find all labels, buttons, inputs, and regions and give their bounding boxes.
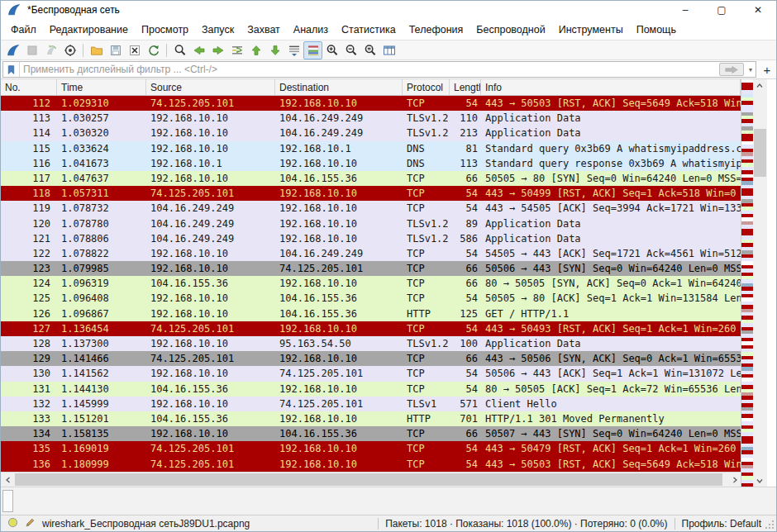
profile-label[interactable]: Профиль: Default — [682, 518, 762, 530]
menu-телефония[interactable]: Телефония — [403, 21, 470, 39]
packet-row[interactable]: 1231.079985192.168.10.1074.125.205.101TC… — [1, 261, 741, 276]
scroll-up-icon[interactable] — [753, 79, 766, 92]
column-header-length[interactable]: Length — [450, 79, 481, 95]
packet-row[interactable]: 1271.13645474.125.205.101192.168.10.10TC… — [1, 321, 741, 336]
find-packet-icon[interactable] — [170, 41, 189, 59]
packet-row[interactable]: 1161.041673192.168.10.1192.168.10.10DNS1… — [1, 156, 741, 171]
menu-просмотр[interactable]: Просмотр — [135, 21, 195, 39]
menu-запуск[interactable]: Запуск — [195, 21, 241, 39]
menu-файл[interactable]: Файл — [4, 21, 43, 39]
packet-row[interactable]: 1351.16901974.125.205.101192.168.10.10TC… — [1, 441, 741, 456]
packet-minimap[interactable] — [741, 79, 753, 487]
resize-columns-icon[interactable] — [379, 41, 398, 59]
go-to-packet-icon[interactable] — [227, 41, 246, 59]
menu-захват[interactable]: Захват — [241, 21, 287, 39]
vertical-scroll-track[interactable] — [753, 92, 766, 474]
packet-row[interactable]: 1191.078732104.16.249.249192.168.10.10TC… — [1, 201, 741, 216]
column-header-protocol[interactable]: Protocol — [403, 79, 450, 95]
menu-инструменты[interactable]: Инструменты — [552, 21, 630, 39]
packet-row[interactable]: 1281.137300192.168.10.1095.163.54.50TLSv… — [1, 336, 741, 351]
packet-row[interactable]: 1221.078822192.168.10.10104.16.249.249TC… — [1, 246, 741, 261]
expert-info-icon[interactable] — [7, 517, 18, 530]
packet-row[interactable]: 1251.096408192.168.10.10104.16.155.36TCP… — [1, 291, 741, 306]
resize-grip[interactable] — [765, 520, 775, 530]
packet-row[interactable]: 1171.047637192.168.10.10104.16.155.36TCP… — [1, 171, 741, 186]
packet-cell: 1.078822 — [57, 246, 146, 261]
packet-row[interactable]: 1201.078780104.16.249.249192.168.10.10TL… — [1, 216, 741, 231]
packet-row[interactable]: 1121.02931074.125.205.101192.168.10.10TC… — [1, 96, 741, 111]
zoom-in-icon[interactable] — [322, 41, 341, 59]
filter-bookmark-icon[interactable] — [3, 62, 20, 77]
column-header-destination[interactable]: Destination — [275, 79, 403, 95]
close-file-icon[interactable] — [125, 41, 144, 59]
stop-capture-icon[interactable] — [22, 41, 41, 59]
go-back-icon[interactable] — [189, 41, 208, 59]
capture-comment-icon[interactable] — [25, 517, 36, 530]
go-first-icon[interactable] — [246, 41, 265, 59]
packet-row[interactable]: 1181.05731174.125.205.101192.168.10.10TC… — [1, 186, 741, 201]
go-last-icon[interactable] — [265, 41, 284, 59]
close-button[interactable]: ✕ — [740, 1, 776, 19]
packet-cell: 104.16.249.249 — [275, 246, 403, 261]
packet-row[interactable]: 1301.141562192.168.10.1074.125.205.101TC… — [1, 366, 741, 381]
zoom-reset-icon[interactable] — [360, 41, 379, 59]
add-filter-button-button[interactable]: + — [760, 62, 775, 77]
column-header-no[interactable]: No. — [1, 79, 57, 95]
capture-file-name[interactable]: wireshark_Беспроводная сетьJ89DU1.pcapng — [42, 518, 250, 530]
scroll-down-icon[interactable] — [753, 474, 766, 487]
packet-cell: 54 — [450, 291, 481, 306]
packet-row[interactable]: 1241.096319104.16.155.36192.168.10.10TCP… — [1, 276, 741, 291]
start-capture-icon[interactable] — [3, 41, 22, 59]
save-file-icon[interactable] — [106, 41, 125, 59]
menu-анализ[interactable]: Анализ — [287, 21, 335, 39]
minimize-button[interactable]: – — [667, 1, 703, 19]
packet-cell: 104.16.155.36 — [146, 411, 275, 426]
packet-cell: 132 — [1, 397, 57, 411]
packet-row[interactable]: 1131.030257192.168.10.10104.16.249.249TL… — [1, 111, 741, 126]
menu-редактирование[interactable]: Редактирование — [43, 21, 135, 39]
packet-cell: TLSv1 — [403, 397, 450, 411]
column-header-source[interactable]: Source — [146, 79, 275, 95]
horizontal-scrollbar[interactable] — [1, 472, 741, 487]
scroll-right-icon[interactable] — [727, 473, 741, 487]
packet-row[interactable]: 1311.144130104.16.155.36192.168.10.10TCP… — [1, 382, 741, 397]
packet-list-pane: No.TimeSourceDestinationProtocolLengthIn… — [1, 79, 776, 487]
reload-file-icon[interactable] — [144, 41, 163, 59]
capture-options-icon[interactable] — [60, 41, 79, 59]
pane-splitter-handle[interactable] — [2, 490, 13, 512]
packet-row[interactable]: 1211.078806104.16.249.249192.168.10.10TL… — [1, 231, 741, 246]
display-filter-input[interactable] — [20, 63, 719, 76]
packet-cell: 443 → 50506 [SYN, ACK] Seq=0 Ack=1 Win=6… — [481, 351, 741, 366]
packet-cell: 1.096408 — [57, 291, 146, 306]
vertical-scrollbar[interactable] — [753, 79, 766, 487]
vertical-scroll-thumb[interactable] — [754, 129, 765, 177]
open-file-icon[interactable] — [87, 41, 106, 59]
packet-row[interactable]: 1151.033624192.168.10.10192.168.10.1DNS8… — [1, 141, 741, 156]
horizontal-scroll-thumb[interactable] — [15, 473, 722, 486]
column-header-time[interactable]: Time — [57, 79, 146, 95]
packet-row[interactable]: 1331.151201104.16.155.36192.168.10.10HTT… — [1, 411, 741, 426]
packet-cell: 100 — [450, 336, 481, 351]
colorize-icon[interactable] — [303, 41, 322, 59]
menu-статистика[interactable]: Статистика — [335, 21, 403, 39]
filter-dropdown-caret-icon[interactable]: ▾ — [746, 63, 756, 76]
zoom-out-icon[interactable] — [341, 41, 360, 59]
apply-filter-button[interactable] — [719, 63, 744, 76]
packet-row[interactable]: 1341.158135192.168.10.10104.16.155.36TCP… — [1, 426, 741, 441]
scroll-left-icon[interactable] — [1, 473, 15, 487]
packet-cell: 131 — [1, 382, 57, 397]
packet-row[interactable]: 1141.030320192.168.10.10104.16.249.249TL… — [1, 126, 741, 140]
display-filter-box: ▾ — [2, 61, 756, 78]
maximize-button[interactable]: ▢ — [703, 1, 740, 19]
go-forward-icon[interactable] — [208, 41, 227, 59]
menu-беспроводной[interactable]: Беспроводной — [470, 21, 551, 39]
restart-capture-icon[interactable] — [41, 41, 60, 59]
column-header-info[interactable]: Info — [481, 79, 741, 95]
packet-cell: HTTP/1.1 301 Moved Permanently — [481, 411, 741, 426]
auto-scroll-icon[interactable] — [284, 41, 303, 59]
menu-помощь[interactable]: Помощь — [630, 21, 683, 39]
packet-row[interactable]: 1261.096867192.168.10.10104.16.155.36HTT… — [1, 306, 741, 321]
packet-row[interactable]: 1291.14146674.125.205.101192.168.10.10TC… — [1, 351, 741, 366]
packet-row[interactable]: 1361.18099974.125.205.101192.168.10.10TC… — [1, 457, 741, 472]
packet-row[interactable]: 1321.145999192.168.10.1074.125.205.101TL… — [1, 397, 741, 411]
